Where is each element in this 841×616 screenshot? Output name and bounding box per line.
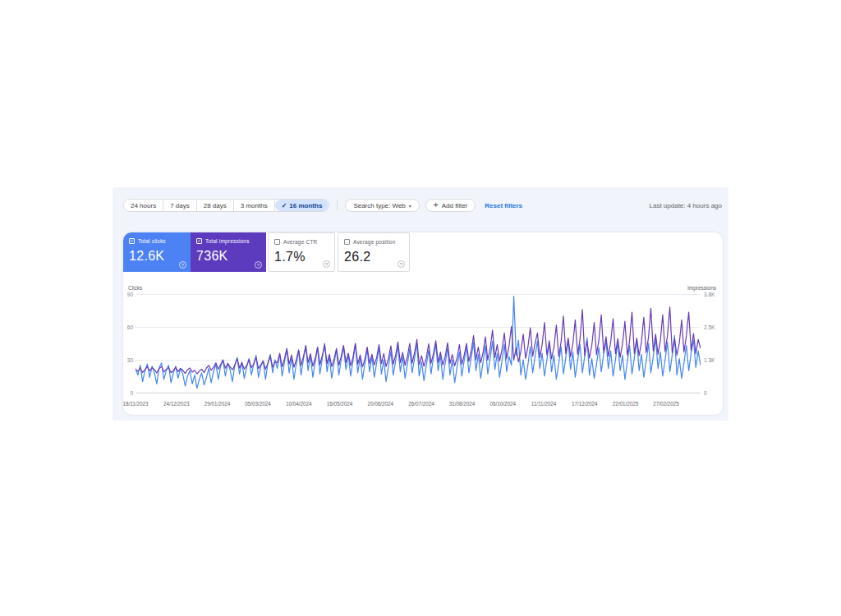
metric-tiles: ✓Total clicks12.6K?✓Total impressions736… bbox=[123, 232, 723, 272]
x-axis-date-label: 22/01/2025 bbox=[613, 401, 639, 407]
chart-plot-area[interactable] bbox=[136, 294, 701, 393]
chevron-down-icon: ▾ bbox=[409, 203, 411, 209]
left-axis-tick: 0 bbox=[123, 390, 133, 396]
check-icon: ✓ bbox=[282, 202, 287, 209]
filter-divider bbox=[337, 200, 338, 210]
add-filter-label: Add filter bbox=[442, 202, 468, 209]
checkbox-unchecked-icon[interactable] bbox=[274, 239, 280, 245]
metric-value: 1.7% bbox=[274, 250, 329, 264]
performance-card: ✓Total clicks12.6K?✓Total impressions736… bbox=[123, 232, 723, 415]
x-axis-date-label: 06/10/2024 bbox=[490, 401, 517, 407]
right-axis-tick: 2.5K bbox=[704, 324, 715, 330]
plus-icon: + bbox=[434, 202, 439, 209]
metric-tile-header: Average position bbox=[344, 239, 403, 245]
metric-tile-average-ctr[interactable]: Average CTR1.7%? bbox=[268, 232, 335, 272]
left-axis-tick: 60 bbox=[123, 324, 133, 330]
x-axis-date-label: 11/11/2024 bbox=[531, 401, 557, 407]
metric-tile-total-impressions[interactable]: ✓Total impressions736K? bbox=[191, 232, 266, 272]
help-icon[interactable]: ? bbox=[398, 260, 405, 268]
date-range-24-hours[interactable]: 24 hours bbox=[124, 200, 163, 211]
date-range-label: 28 days bbox=[204, 202, 227, 209]
checkbox-checked-icon[interactable]: ✓ bbox=[129, 238, 135, 244]
right-axis-tick: 1.3K bbox=[704, 357, 715, 363]
metric-label: Total impressions bbox=[205, 238, 250, 244]
x-axis-date-label: 05/03/2024 bbox=[245, 401, 271, 407]
metric-tile-header: ✓Total clicks bbox=[129, 238, 185, 244]
help-icon[interactable]: ? bbox=[255, 261, 262, 269]
metric-value: 26.2 bbox=[344, 250, 403, 264]
help-icon[interactable]: ? bbox=[179, 261, 186, 269]
checkbox-checked-icon[interactable]: ✓ bbox=[196, 238, 202, 244]
date-range-label: 7 days bbox=[170, 202, 190, 209]
metric-value: 12.6K bbox=[129, 249, 185, 264]
metric-tile-header: Average CTR bbox=[274, 239, 329, 245]
x-axis-date-label: 16/05/2024 bbox=[327, 401, 353, 407]
date-range-label: 24 hours bbox=[131, 202, 156, 209]
x-axis-date-label: 24/12/2023 bbox=[163, 401, 190, 407]
x-axis-date-label: 20/06/2024 bbox=[367, 401, 393, 407]
metric-label: Average position bbox=[353, 239, 396, 245]
date-range-3-months[interactable]: 3 months bbox=[234, 200, 275, 211]
filter-bar: 24 hours7 days28 days3 months✓16 months … bbox=[123, 199, 722, 212]
right-axis-tick: 3.8K bbox=[704, 292, 715, 297]
right-axis-tick: 0 bbox=[704, 390, 707, 396]
x-axis-date-label: 26/07/2024 bbox=[408, 401, 434, 407]
metric-label: Total clicks bbox=[138, 238, 166, 244]
left-axis-title: Clicks bbox=[128, 285, 142, 291]
performance-chart: Clicks Impressions 18/11/202324/12/20232… bbox=[123, 285, 723, 412]
metric-tile-total-clicks[interactable]: ✓Total clicks12.6K? bbox=[123, 232, 191, 272]
x-axis-labels: 18/11/202324/12/202329/01/202405/03/2024… bbox=[123, 401, 723, 409]
search-type-label: Search type: Web bbox=[353, 202, 405, 209]
x-axis-date-label: 10/04/2024 bbox=[286, 401, 312, 407]
performance-panel: 24 hours7 days28 days3 months✓16 months … bbox=[113, 187, 728, 421]
metric-value: 736K bbox=[196, 249, 260, 264]
x-axis-date-label: 27/02/2025 bbox=[653, 401, 679, 407]
last-update-text: Last update: 4 hours ago bbox=[649, 202, 722, 209]
clicks-line bbox=[136, 297, 701, 388]
search-type-dropdown[interactable]: Search type: Web ▾ bbox=[345, 199, 419, 212]
x-axis-date-label: 29/01/2024 bbox=[205, 401, 231, 407]
left-axis-tick: 90 bbox=[123, 292, 133, 297]
metric-label: Average CTR bbox=[283, 239, 317, 245]
checkbox-unchecked-icon[interactable] bbox=[344, 239, 350, 245]
reset-filters-link[interactable]: Reset filters bbox=[485, 202, 522, 209]
x-axis-date-label: 17/12/2024 bbox=[572, 401, 598, 407]
date-range-selector: 24 hours7 days28 days3 months✓16 months bbox=[123, 199, 329, 212]
date-range-16-months[interactable]: ✓16 months bbox=[275, 200, 329, 211]
x-axis-date-label: 31/08/2024 bbox=[449, 401, 476, 407]
date-range-label: 16 months bbox=[289, 202, 322, 209]
x-axis-date-label: 18/11/2023 bbox=[122, 401, 148, 407]
date-range-label: 3 months bbox=[241, 202, 268, 209]
date-range-7-days[interactable]: 7 days bbox=[163, 200, 197, 211]
add-filter-button[interactable]: + Add filter bbox=[425, 199, 476, 212]
metric-tile-header: ✓Total impressions bbox=[196, 238, 260, 244]
date-range-28-days[interactable]: 28 days bbox=[197, 200, 234, 211]
right-axis-title: Impressions bbox=[687, 285, 716, 291]
metric-tile-average-position[interactable]: Average position26.2? bbox=[338, 232, 410, 272]
left-axis-tick: 30 bbox=[123, 357, 133, 363]
help-icon[interactable]: ? bbox=[323, 260, 330, 268]
